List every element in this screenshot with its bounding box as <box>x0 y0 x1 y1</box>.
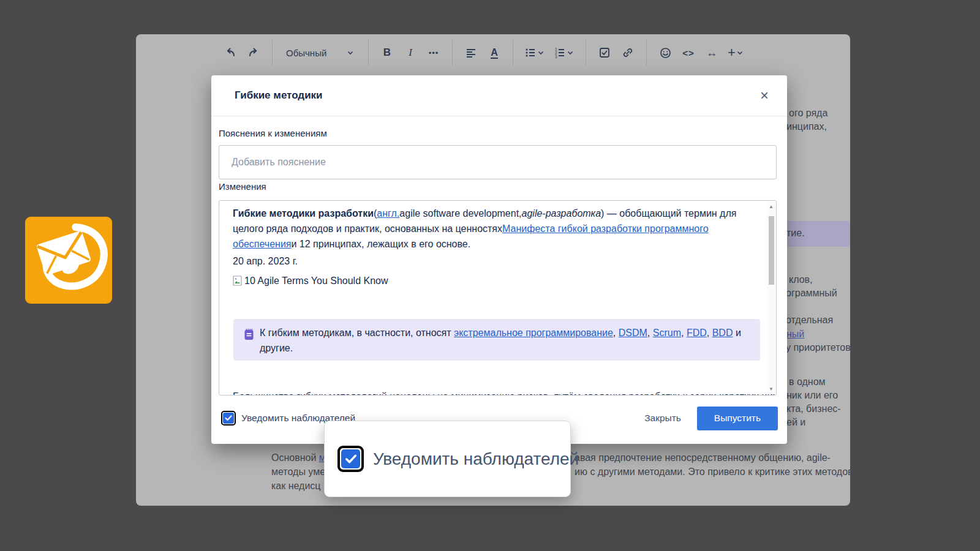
text-color-icon: A <box>491 47 498 59</box>
chevron-down-icon <box>566 48 575 57</box>
bg-text-fragment: тие. <box>786 228 805 239</box>
doc-text: и 12 принципах, лежащих в его основе. <box>291 239 470 249</box>
bg-text-fragment: ей и <box>786 417 805 428</box>
bg-text-fragment: кта, бизнес- <box>786 403 841 414</box>
bg-paragraph-line: Основной м <box>271 452 326 463</box>
chevron-down-icon <box>537 48 545 57</box>
bg-link-fragment: ный <box>786 329 804 340</box>
magnified-notify-checkbox[interactable] <box>337 446 364 472</box>
changes-scrollbar[interactable]: ▲ ▼ <box>767 201 775 394</box>
note-panel-text: К гибким методикам, в частности, относят… <box>260 325 745 356</box>
broken-image-line: 10 Agile Terms You Should Know <box>233 276 388 287</box>
changes-preview[interactable]: Гибкие методики разработки(англ.agile so… <box>219 200 777 395</box>
emoji-icon <box>659 47 672 59</box>
changes-paragraph: Гибкие методики разработки(англ.agile so… <box>233 206 749 252</box>
bg-text-fragment: авая предпочтение непосредственному обще… <box>575 452 831 463</box>
doc-link-lang[interactable]: англ. <box>377 208 399 219</box>
doc-date: 20 апр. 2023 г. <box>233 256 298 267</box>
toolbar-divider <box>646 40 647 66</box>
note-panel: К гибким методикам, в частности, относят… <box>233 319 760 361</box>
bg-text-fragment: ограммный <box>786 288 837 299</box>
text-color-button[interactable]: A <box>484 42 504 63</box>
notify-checkbox[interactable] <box>221 411 236 425</box>
emoji-button[interactable] <box>655 42 675 63</box>
screen: Обычный B I ••• A 123 <box>0 0 980 551</box>
undo-button[interactable] <box>221 42 240 63</box>
close-button[interactable]: Закрыть <box>633 408 692 429</box>
checkbox-checked-icon <box>223 413 234 424</box>
task-list-button[interactable] <box>595 42 614 63</box>
publish-button[interactable]: Выпустить <box>697 407 778 430</box>
panel-separator: , <box>613 328 619 338</box>
bg-text-fragment: Основной <box>271 452 319 463</box>
comment-input[interactable] <box>219 145 777 179</box>
align-icon <box>465 47 477 59</box>
close-icon[interactable]: × <box>755 86 774 105</box>
editor-toolbar: Обычный B I ••• A 123 <box>221 39 747 66</box>
bg-text-fragment: клов, <box>789 274 813 285</box>
panel-separator: , <box>681 328 687 338</box>
bg-text-fragment: у приоритетов <box>786 342 850 353</box>
scrollbar-thumb[interactable] <box>769 216 774 285</box>
more-formatting-button[interactable]: ••• <box>424 42 443 63</box>
svg-text:3: 3 <box>555 54 557 59</box>
panel-link-xp[interactable]: экстремальное программирование <box>454 328 613 338</box>
link-button[interactable] <box>618 42 638 63</box>
chevron-down-icon <box>736 48 744 57</box>
panel-link-scrum[interactable]: Scrum <box>653 328 681 338</box>
bg-text-fragment: ию с другими методами. Это привело к кри… <box>575 467 850 478</box>
toolbar-divider <box>368 40 369 66</box>
comment-label: Пояснения к изменениям <box>219 128 327 138</box>
bg-text-fragment: инципах, <box>786 121 827 132</box>
doc-text: agile software development, <box>399 208 521 219</box>
magnifier-popup: Уведомить наблюдателей <box>324 421 571 497</box>
panel-link-dsdm[interactable]: DSDM <box>619 328 647 338</box>
notepad-icon <box>243 328 255 341</box>
mail-app-icon[interactable] <box>25 217 112 304</box>
broken-image-icon <box>233 276 243 287</box>
bg-text-fragment: в одном <box>789 377 826 388</box>
undo-icon <box>224 46 237 59</box>
align-button[interactable] <box>461 42 481 63</box>
bg-text-fragment: методы уме <box>271 467 325 478</box>
magnified-notify-label[interactable]: Уведомить наблюдателей <box>373 449 579 469</box>
publish-dialog: Гибкие методики × Пояснения к изменениям… <box>211 75 787 444</box>
changes-label: Изменения <box>219 181 266 192</box>
bg-text-fragment: ого ряда <box>789 108 827 119</box>
clipped-paragraph: Большинство гибких методологий нацелены … <box>233 391 777 395</box>
bg-text-fragment: отдельная <box>786 315 833 326</box>
redo-icon <box>247 46 260 59</box>
redo-button[interactable] <box>244 42 263 63</box>
task-checkbox-icon <box>598 47 611 59</box>
plus-icon: + <box>728 45 736 61</box>
bullet-list-button[interactable] <box>522 42 548 63</box>
panel-link-bdd[interactable]: BDD <box>712 328 733 338</box>
text-style-dropdown[interactable]: Обычный <box>281 42 360 63</box>
toolbar-divider <box>586 40 586 66</box>
panel-text: К гибким методикам, в частности, относят <box>260 328 454 338</box>
panel-separator: , <box>707 328 712 338</box>
doc-italic-text: agile-разработка <box>522 208 601 219</box>
broken-image-alt: 10 Agile Terms You Should Know <box>244 276 388 287</box>
layout-width-button[interactable]: ↔ <box>702 42 722 63</box>
bold-button[interactable]: B <box>377 42 397 63</box>
bg-text-fragment: как недисц <box>271 481 321 492</box>
scroll-down-icon[interactable]: ▼ <box>768 386 774 392</box>
ordered-list-icon: 123 <box>554 47 566 59</box>
dialog-title: Гибкие методики <box>235 89 323 102</box>
bullet-list-icon <box>524 47 537 59</box>
chevron-down-icon <box>346 48 355 57</box>
envelope-swirl-icon <box>25 217 112 304</box>
toolbar-divider <box>452 40 453 66</box>
code-button[interactable]: <> <box>679 42 698 63</box>
italic-button[interactable]: I <box>401 42 420 63</box>
panel-link-fdd[interactable]: FDD <box>687 328 707 338</box>
dialog-header: Гибкие методики × <box>211 75 787 116</box>
insert-button[interactable]: + <box>725 42 747 63</box>
ordered-list-button[interactable]: 123 <box>551 42 577 63</box>
toolbar-divider <box>272 40 273 66</box>
text-style-label: Обычный <box>286 48 326 58</box>
doc-bold-text: Гибкие методики разработки <box>233 208 374 219</box>
scroll-up-icon[interactable]: ▲ <box>768 204 774 209</box>
panel-separator: , <box>647 328 653 338</box>
